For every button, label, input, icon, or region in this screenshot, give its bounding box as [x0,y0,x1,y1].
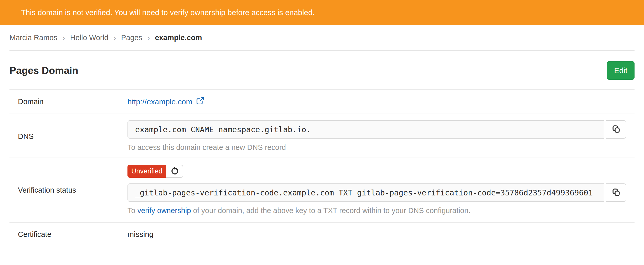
chevron-right-icon: › [147,34,150,42]
dns-record-input[interactable] [127,120,604,139]
certificate-status-text: missing [127,230,154,238]
external-link-icon [196,96,205,107]
table-row-certificate: Certificate missing [9,223,635,251]
dns-help-text: To access this domain create a new DNS r… [127,142,626,152]
page-container: Marcia Ramos › Hello World › Pages › exa… [0,25,644,251]
breadcrumb-user[interactable]: Marcia Ramos [9,34,57,42]
dns-row-value: To access this domain create a new DNS r… [127,120,635,152]
domain-row-value: http://example.com [127,96,635,107]
breadcrumb-pages[interactable]: Pages [121,34,142,42]
retry-icon [170,166,179,176]
chevron-right-icon: › [62,34,65,42]
retry-verification-button[interactable] [166,165,183,178]
status-badge: Unverified [127,165,166,178]
certificate-row-value: missing [127,230,635,239]
table-row-dns: DNS To access this domain create a new D… [9,114,635,158]
verify-ownership-link[interactable]: verify ownership [137,206,191,215]
breadcrumb-project[interactable]: Hello World [70,34,108,42]
verification-help-text: To verify ownership of your domain, add … [127,205,626,216]
copy-icon [611,188,621,198]
page-title: Pages Domain [9,65,78,76]
breadcrumb-current-domain: example.com [155,34,202,42]
verification-row-value: Unverified [127,165,635,216]
verification-help-prefix: To [127,206,137,215]
edit-button[interactable]: Edit [607,61,635,80]
verification-status-group: Unverified [127,165,183,178]
verification-row-label: Verification status [9,186,127,194]
verification-record-group [127,183,626,202]
verification-help-suffix: of your domain, add the above key to a T… [191,206,470,215]
table-row-domain: Domain http://example.com [9,90,635,114]
page-header: Pages Domain Edit [9,51,635,89]
domain-link-text: http://example.com [127,97,192,106]
dns-row-label: DNS [9,132,127,141]
copy-icon [611,125,621,135]
dns-record-group [127,120,626,139]
domain-settings-table: Domain http://example.com DNS [9,89,635,251]
domain-row-label: Domain [9,97,127,106]
copy-verification-record-button[interactable] [606,183,626,202]
domain-link[interactable]: http://example.com [127,96,205,107]
table-row-verification: Verification status Unverified [9,158,635,223]
certificate-row-label: Certificate [9,230,127,239]
copy-dns-record-button[interactable] [606,120,626,139]
unverified-warning-banner: This domain is not verified. You will ne… [0,0,644,25]
breadcrumb: Marcia Ramos › Hello World › Pages › exa… [9,25,635,51]
banner-text: This domain is not verified. You will ne… [21,8,315,17]
chevron-right-icon: › [113,34,116,42]
verification-record-input[interactable] [127,183,604,202]
